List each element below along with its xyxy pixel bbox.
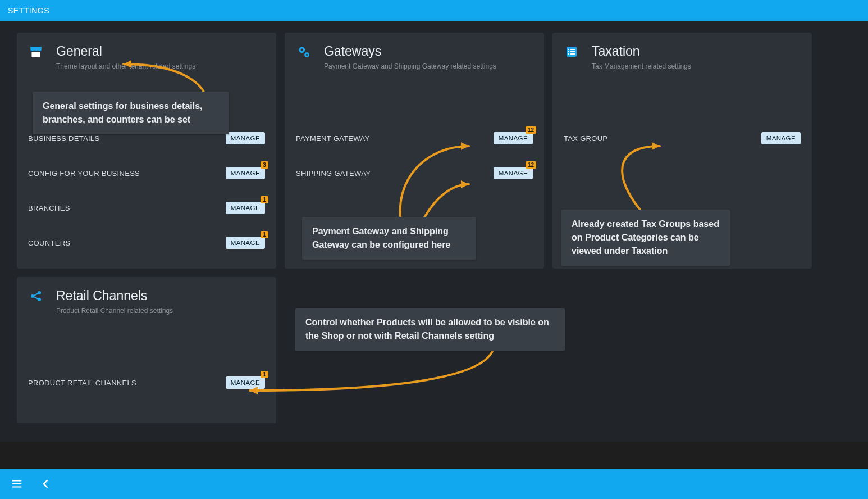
row-label: BRANCHES [28,204,70,212]
row-label: TAX GROUP [564,134,607,143]
row-config-business: CONFIG FOR YOUR BUSINESS MANAGE 3 [28,167,265,179]
callout-taxation: Already created Tax Groups based on Prod… [561,210,730,266]
store-icon [28,44,44,60]
callout-retail: Control whether Products will be allowed… [295,308,565,351]
row-branches: BRANCHES MANAGE 1 [28,202,265,214]
manage-button[interactable]: MANAGE [494,167,533,179]
row-label: PAYMENT GATEWAY [296,134,369,143]
svg-point-7 [301,49,303,51]
svg-rect-16 [570,53,575,55]
card-subtitle: Theme layout and other tenant related se… [56,62,195,70]
gears-icon [296,44,312,60]
manage-button[interactable]: MANAGE [226,132,265,144]
card-retail-channels: Retail Channels Product Retail Channel r… [17,277,276,423]
count-badge: 12 [526,161,536,169]
manage-button[interactable]: MANAGE [494,132,533,144]
manage-button[interactable]: MANAGE [226,237,265,249]
svg-rect-12 [570,49,575,50]
bottom-bar [0,469,868,499]
card-title: General [56,44,195,59]
svg-rect-13 [568,51,569,52]
count-badge: 3 [261,161,268,169]
list-icon [564,44,579,60]
count-badge: 1 [261,196,268,203]
count-badge: 12 [526,126,536,134]
card-subtitle: Payment Gateway and Shipping Gateway rel… [324,62,496,70]
card-title: Taxation [592,44,691,59]
row-label: PRODUCT RETAIL CHANNELS [28,379,136,387]
row-label: BUSINESS DETAILS [28,134,99,143]
count-badge: 1 [261,231,268,238]
row-label: SHIPPING GATEWAY [296,169,371,178]
row-shipping-gateway: SHIPPING GATEWAY MANAGE 12 [296,167,533,179]
settings-page: General Theme layout and other tenant re… [0,21,868,442]
row-payment-gateway: PAYMENT GATEWAY MANAGE 12 [296,132,533,144]
card-general: General Theme layout and other tenant re… [17,33,276,269]
card-subtitle: Product Retail Channel related settings [56,307,173,315]
svg-rect-11 [568,49,569,50]
svg-point-9 [306,54,308,56]
row-product-retail-channels: PRODUCT RETAIL CHANNELS MANAGE 1 [28,376,265,389]
row-counters: COUNTERS MANAGE 1 [28,237,265,249]
manage-button[interactable]: MANAGE [761,132,801,144]
callout-gateways: Payment Gateway and Shipping Gateway can… [302,217,476,260]
back-icon[interactable] [39,477,53,491]
callout-general: General settings for business details, b… [33,92,229,134]
share-icon [28,288,44,304]
row-label: CONFIG FOR YOUR BUSINESS [28,169,140,178]
menu-icon[interactable] [10,477,24,491]
svg-rect-5 [31,52,40,57]
manage-button[interactable]: MANAGE [226,376,265,389]
card-title: Gateways [324,44,496,59]
top-bar: SETTINGS [0,0,868,21]
row-tax-group: TAX GROUP MANAGE [564,132,801,144]
svg-rect-14 [570,51,575,52]
card-subtitle: Tax Management related settings [592,62,691,70]
card-title: Retail Channels [56,288,173,303]
manage-button[interactable]: MANAGE [226,202,265,214]
page-title: SETTINGS [8,6,49,15]
count-badge: 1 [261,371,268,378]
svg-rect-15 [568,53,569,55]
row-label: COUNTERS [28,239,70,247]
manage-button[interactable]: MANAGE [226,167,265,179]
